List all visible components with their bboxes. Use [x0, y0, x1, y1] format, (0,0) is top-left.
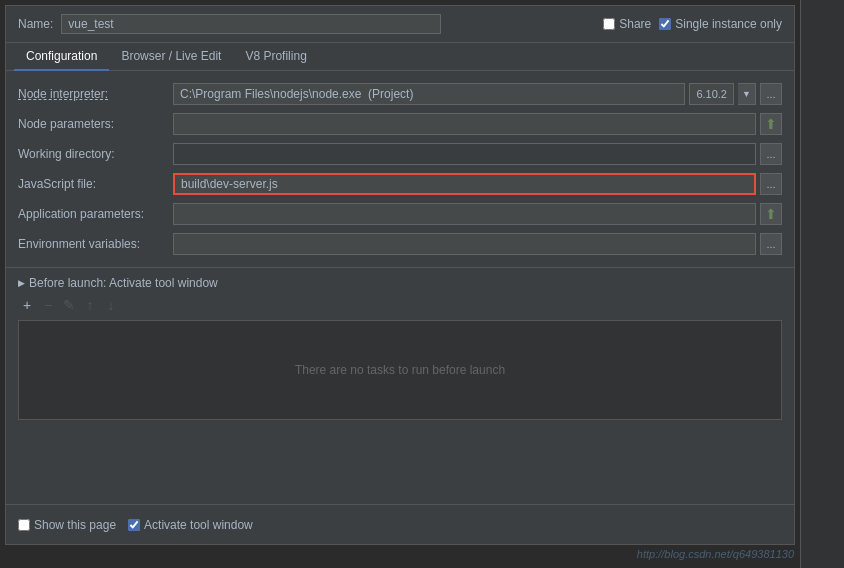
activate-tool-checkbox[interactable] — [128, 519, 140, 531]
tab-browser-live-edit[interactable]: Browser / Live Edit — [109, 43, 233, 71]
single-instance-checkbox[interactable] — [659, 18, 671, 30]
env-variables-input-wrapper: ... — [173, 233, 782, 255]
name-bar: Name: Share Single instance only — [6, 6, 794, 43]
node-interpreter-input[interactable] — [173, 83, 685, 105]
node-interpreter-row: Node interpreter: 6.10.2 ▼ ... — [6, 79, 794, 109]
working-directory-row: Working directory: ... — [6, 139, 794, 169]
content-area: Node interpreter: 6.10.2 ▼ ... Node para… — [6, 71, 794, 432]
run-debug-dialog: Name: Share Single instance only Configu… — [5, 5, 795, 545]
before-launch-toolbar: + − ✎ ↑ ↓ — [6, 294, 794, 316]
single-instance-group: Single instance only — [659, 17, 782, 31]
javascript-file-input-wrapper: ... — [173, 173, 782, 195]
working-directory-label: Working directory: — [18, 147, 173, 161]
bottom-bar: Show this page Activate tool window — [6, 504, 794, 544]
before-launch-triangle[interactable]: ▶ — [18, 278, 25, 288]
single-instance-label: Single instance only — [675, 17, 782, 31]
app-parameters-input[interactable] — [173, 203, 756, 225]
remove-task-btn[interactable]: − — [39, 296, 57, 314]
tasks-area: There are no tasks to run before launch — [18, 320, 782, 420]
env-variables-row: Environment variables: ... — [6, 229, 794, 259]
node-interpreter-label: Node interpreter: — [18, 87, 173, 101]
node-version-badge: 6.10.2 — [689, 83, 734, 105]
edit-task-btn[interactable]: ✎ — [60, 296, 78, 314]
working-directory-browse-btn[interactable]: ... — [760, 143, 782, 165]
show-page-label: Show this page — [34, 518, 116, 532]
before-launch-section: ▶ Before launch: Activate tool window + … — [6, 267, 794, 420]
tasks-empty-message: There are no tasks to run before launch — [295, 363, 505, 377]
env-variables-browse-btn[interactable]: ... — [760, 233, 782, 255]
add-task-btn[interactable]: + — [18, 296, 36, 314]
node-parameters-row: Node parameters: ⬆ — [6, 109, 794, 139]
right-sidebar — [800, 0, 844, 568]
share-label: Share — [619, 17, 651, 31]
javascript-file-row: JavaScript file: ... — [6, 169, 794, 199]
javascript-file-input[interactable] — [173, 173, 756, 195]
app-parameters-label: Application parameters: — [18, 207, 173, 221]
show-page-group: Show this page — [18, 518, 116, 532]
before-launch-title: Before launch: Activate tool window — [29, 276, 218, 290]
env-variables-input[interactable] — [173, 233, 756, 255]
name-input[interactable] — [61, 14, 441, 34]
node-version-dropdown[interactable]: ▼ — [738, 83, 756, 105]
activate-tool-label: Activate tool window — [144, 518, 253, 532]
working-directory-input[interactable] — [173, 143, 756, 165]
show-page-checkbox[interactable] — [18, 519, 30, 531]
share-checkbox[interactable] — [603, 18, 615, 30]
tabs-bar: Configuration Browser / Live Edit V8 Pro… — [6, 43, 794, 71]
activate-tool-group: Activate tool window — [128, 518, 253, 532]
name-label: Name: — [18, 17, 53, 31]
env-variables-label: Environment variables: — [18, 237, 173, 251]
working-directory-input-wrapper: ... — [173, 143, 782, 165]
move-down-btn[interactable]: ↓ — [102, 296, 120, 314]
node-interpreter-input-wrapper: 6.10.2 ▼ ... — [173, 83, 782, 105]
tab-v8-profiling[interactable]: V8 Profiling — [233, 43, 318, 71]
before-launch-header: ▶ Before launch: Activate tool window — [6, 272, 794, 294]
watermark: http://blog.csdn.net/q649381130 — [637, 548, 794, 560]
app-parameters-expand-btn[interactable]: ⬆ — [760, 203, 782, 225]
node-parameters-input-wrapper: ⬆ — [173, 113, 782, 135]
node-parameters-label: Node parameters: — [18, 117, 173, 131]
javascript-file-label: JavaScript file: — [18, 177, 173, 191]
node-parameters-input[interactable] — [173, 113, 756, 135]
node-parameters-expand-btn[interactable]: ⬆ — [760, 113, 782, 135]
tab-configuration[interactable]: Configuration — [14, 43, 109, 71]
share-group: Share — [603, 17, 651, 31]
move-up-btn[interactable]: ↑ — [81, 296, 99, 314]
app-parameters-input-wrapper: ⬆ — [173, 203, 782, 225]
node-interpreter-browse-btn[interactable]: ... — [760, 83, 782, 105]
app-parameters-row: Application parameters: ⬆ — [6, 199, 794, 229]
javascript-file-browse-btn[interactable]: ... — [760, 173, 782, 195]
